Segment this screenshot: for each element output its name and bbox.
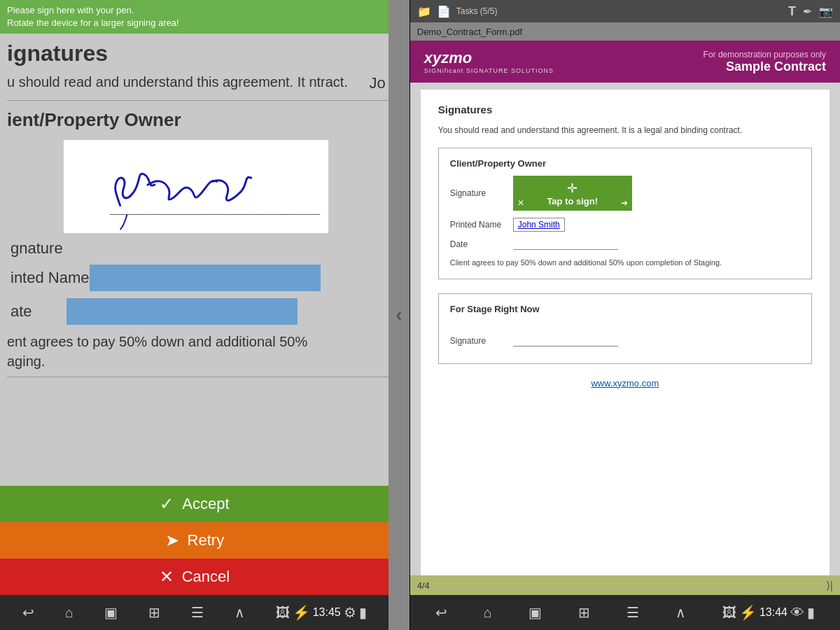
right-qr-icon[interactable]: ⊞ [578, 604, 590, 621]
right-nav-status-area: 🖼 ⚡ 13:44 👁 ▮ [722, 604, 815, 621]
retry-icon: ➤ [165, 531, 179, 550]
left-nav-bar: ↩ ⌂ ▣ ⊞ ☰ ∧ 🖼 ⚡ 13:45 ⚙ ▮ [0, 595, 389, 630]
jo-preview: Jo [370, 74, 386, 92]
right-top-right-area: T ✒ 📷 [788, 4, 833, 19]
filename-bar: Demo_Contract_Form.pdf [410, 22, 840, 41]
move-icon: ✛ [567, 181, 578, 196]
cancel-button[interactable]: ✕ Cancel [0, 559, 389, 595]
right-clock: 13:44 [760, 606, 788, 619]
left-panel: Please sign here with your pen. Rotate t… [0, 0, 389, 630]
printed-name-value: John Smith [513, 218, 565, 232]
camera-icon: 📷 [819, 5, 833, 18]
right-menu-icon[interactable]: ☰ [626, 604, 639, 621]
right-panel: 📁 📄 Tasks (5/5) T ✒ 📷 Demo_Contract_Form… [410, 0, 840, 630]
left-date-input[interactable] [66, 298, 298, 325]
xyzmo-logo-sub: SIGNificant SIGNATURE SOLUTIONS [424, 67, 554, 74]
qr-icon[interactable]: ⊞ [148, 604, 160, 621]
document-content[interactable]: xyzmo SIGNificant SIGNATURE SOLUTIONS Fo… [410, 41, 840, 575]
menu-icon[interactable]: ☰ [191, 604, 204, 621]
instruction-bar: Please sign here with your pen. Rotate t… [0, 0, 389, 34]
accept-button[interactable]: ✓ Accept [0, 486, 389, 522]
printed-name-row: Printed Name John Smith [450, 218, 800, 232]
left-content-area: ignatures u should read and understand t… [0, 34, 389, 486]
left-divider2 [7, 377, 389, 377]
left-printed-name-input[interactable] [90, 265, 321, 291]
left-divider1 [7, 100, 389, 101]
doc-bottom-bar: 4/4 ⟩| [410, 575, 840, 595]
battery-icon: ▮ [359, 604, 367, 621]
photo-icon: 🖼 [276, 605, 290, 621]
xyzmo-logo-text: xyzmo [424, 49, 554, 67]
doc-signatures-title: Signatures [438, 104, 812, 115]
instruction-line1: Please sign here with your pen. [7, 4, 382, 17]
document-icon: 📄 [437, 5, 451, 18]
left-agreement-text: u should read and understand this agreem… [7, 72, 389, 92]
right-top-left-area: 📁 📄 Tasks (5/5) [417, 5, 498, 18]
right-photo-icon: 🖼 [722, 605, 736, 621]
arrow-icon: ➜ [621, 198, 628, 208]
left-owner-title: ient/Property Owner [7, 109, 389, 131]
right-home-icon[interactable]: ⌂ [484, 605, 492, 621]
right-wifi-icon: ⚡ [739, 604, 757, 621]
back-icon[interactable]: ↩ [22, 604, 34, 621]
chevron-left-icon: ‹ [396, 304, 402, 326]
instruction-line2: Rotate the device for a larger signing a… [7, 17, 382, 29]
right-eye-icon: 👁 [790, 605, 804, 621]
signature-label: Signature [450, 188, 513, 198]
settings-icon: ⚙ [344, 604, 356, 621]
xyzmo-header-right: For demonstration purposes only Sample C… [704, 50, 826, 74]
up-icon[interactable]: ∧ [234, 604, 245, 621]
retry-button[interactable]: ➤ Retry [0, 522, 389, 559]
folder-icon: 📁 [417, 5, 431, 18]
stage-signature-label: Signature [450, 336, 513, 346]
nav-status-area: 🖼 ⚡ 13:45 ⚙ ▮ [276, 604, 367, 621]
page-indicator: 4/4 [417, 580, 430, 591]
tasks-label: Tasks (5/5) [456, 6, 498, 16]
demo-note: For demonstration purposes only [704, 50, 826, 59]
right-back-icon[interactable]: ↩ [435, 604, 447, 621]
signature-row: Signature ✛ Tap to sign! ✕ ➜ [450, 176, 800, 211]
date-label: Date [450, 239, 513, 249]
tap-to-sign-button[interactable]: ✛ Tap to sign! ✕ ➜ [513, 176, 632, 211]
close-icon: ✕ [517, 198, 524, 208]
left-printed-name-row: inted Name Jo [7, 265, 389, 291]
client-note: Client agrees to pay 50% down and additi… [450, 257, 800, 269]
right-top-bar: 📁 📄 Tasks (5/5) T ✒ 📷 [410, 0, 840, 22]
sample-contract-title: Sample Contract [704, 59, 826, 74]
left-clock: 13:45 [313, 606, 341, 619]
scroll-right-icon[interactable]: ⟩| [826, 579, 833, 592]
xyzmo-website-link[interactable]: www.xyzmo.com [438, 378, 812, 388]
text-icon: T [788, 4, 796, 19]
left-date-label: ate [10, 302, 66, 321]
left-date-row: ate [7, 298, 389, 325]
right-window-icon[interactable]: ▣ [528, 604, 542, 621]
wifi-icon: ⚡ [293, 604, 310, 621]
panel-separator[interactable]: ‹ [388, 0, 410, 630]
date-line [513, 239, 618, 250]
stage-signature-row: Signature [450, 335, 800, 346]
doc-agreement-text: You should read and understand this agre… [438, 124, 812, 136]
left-signature-label: gnature [10, 239, 66, 258]
left-action-buttons: ✓ Accept ➤ Retry ✕ Cancel [0, 486, 389, 595]
right-battery-icon: ▮ [807, 604, 815, 621]
signature-drawing-box [63, 139, 329, 234]
right-up-icon[interactable]: ∧ [676, 604, 686, 621]
date-row: Date [450, 239, 800, 250]
xyzmo-logo: xyzmo SIGNificant SIGNATURE SOLUTIONS [424, 49, 554, 74]
home-icon[interactable]: ⌂ [65, 605, 74, 621]
right-nav-bar: ↩ ⌂ ▣ ⊞ ☰ ∧ 🖼 ⚡ 13:44 👁 ▮ [410, 595, 840, 630]
window-icon[interactable]: ▣ [104, 604, 118, 621]
left-signature-row: gnature [7, 239, 389, 258]
client-signature-box: Client/Property Owner Signature ✛ Tap to… [438, 148, 812, 279]
stage-right-title: For Stage Right Now [450, 304, 800, 314]
tap-label: Tap to sign! [547, 196, 598, 206]
printed-name-label: Printed Name [450, 220, 513, 230]
filename-text: Demo_Contract_Form.pdf [417, 27, 522, 37]
checkmark-icon: ✓ [160, 494, 174, 514]
pen-icon: ✒ [803, 5, 812, 18]
client-owner-title: Client/Property Owner [450, 158, 800, 169]
white-document: Signatures You should read and understan… [421, 90, 830, 575]
left-printed-name-label: inted Name [10, 269, 90, 287]
left-agreement-bottom: ent agrees to pay 50% down and additiona… [7, 332, 389, 371]
stage-right-signature-box: For Stage Right Now Signature [438, 293, 812, 364]
